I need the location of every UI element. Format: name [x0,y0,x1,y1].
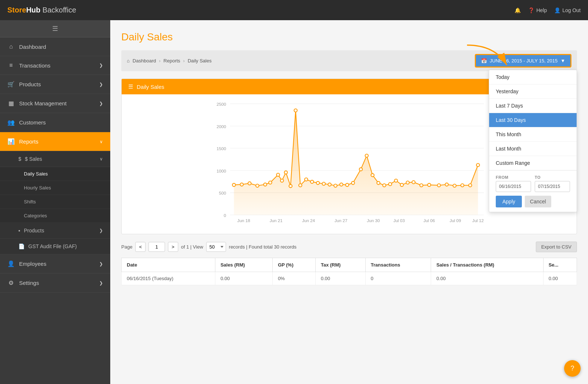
sidebar: ☰ ⌂ Dashboard ≡ Transactions ❯ 🛒 Product… [0,20,110,384]
col-sales: Sales (RM) [215,258,272,272]
svg-point-45 [428,183,431,186]
sidebar-item-gst-label: GST Audit File (GAF) [28,243,77,249]
sidebar-item-customers-label: Customers [19,119,46,126]
breadcrumb-sep2: › [183,58,184,64]
brand-store: Store [7,6,26,14]
col-transactions: Transactions [365,258,431,272]
records-per-page-select[interactable]: 50 100 200 [206,242,226,252]
svg-point-38 [383,184,386,187]
chevron-right-icon: ❯ [99,63,103,68]
col-tax: Tax (RM) [315,258,365,272]
chevron-right-icon-products: ❯ [99,82,103,87]
svg-point-30 [334,184,337,188]
stock-icon: ▦ [7,100,15,107]
sidebar-item-dashboard[interactable]: ⌂ Dashboard [0,37,110,56]
sidebar-item-employees[interactable]: 👤 Employees ❯ [0,254,110,273]
sidebar-item-sales[interactable]: $ $ Sales ∨ [0,151,110,167]
cell-sales-per-trans: 0.00 [431,272,543,285]
from-date-col: FROM [496,175,531,192]
home-icon-breadcrumb: ⌂ [127,58,130,64]
svg-point-33 [351,181,355,185]
export-csv-button[interactable]: Export to CSV [536,242,577,252]
dropdown-option-last30[interactable]: Last 30 Days [489,113,577,127]
sidebar-item-categories-label: Categories [24,213,47,218]
dropdown-option-last-month[interactable]: Last Month [489,142,577,156]
to-date-input[interactable] [535,181,570,192]
help-link[interactable]: ❓ Help [528,7,547,13]
sidebar-item-reports-label: Reports [19,138,39,145]
col-date: Date [122,258,215,272]
gst-icon: 📄 [18,243,25,249]
chevron-right-icon-products-report: ❯ [99,228,103,233]
sidebar-item-shifts[interactable]: Shifts [0,195,110,209]
svg-point-48 [453,184,456,188]
svg-point-13 [232,183,236,186]
col-sales-per-trans: Sales / Transactions (RM) [431,258,543,272]
prev-page-button[interactable]: < [135,242,146,252]
sidebar-item-stock[interactable]: ▦ Stock Management ❯ [0,94,110,113]
chat-bubble-button[interactable]: ? [564,360,581,377]
notifications-bell[interactable]: 🔔 [514,7,521,13]
reports-submenu: $ $ Sales ∨ Daily Sales Hourly Sales Shi… [0,151,110,254]
svg-point-49 [461,184,464,187]
brand-hub: Hub [26,6,40,14]
chevron-right-icon-employees: ❯ [99,261,103,267]
dropdown-option-today[interactable]: Today [489,70,577,84]
date-picker-button[interactable]: 📅 JUNE 16, 2015 - JULY 15, 2015 ▼ [475,54,571,68]
sidebar-item-categories[interactable]: Categories [0,209,110,223]
file-icon: ▪ [18,228,20,233]
apply-button[interactable]: Apply [496,196,522,207]
sidebar-item-hourly-sales[interactable]: Hourly Sales [0,181,110,195]
svg-point-46 [437,184,441,187]
svg-text:Jul 03: Jul 03 [393,218,405,223]
svg-point-43 [412,181,415,184]
main-layout: ☰ ⌂ Dashboard ≡ Transactions ❯ 🛒 Product… [0,20,588,384]
dropdown-option-last7[interactable]: Last 7 Days [489,99,577,113]
cancel-button[interactable]: Cancel [525,196,551,207]
sidebar-item-customers[interactable]: 👥 Customers [0,113,110,132]
to-date-col: TO [535,175,570,192]
sidebar-item-transactions[interactable]: ≡ Transactions ❯ [0,56,110,75]
svg-point-41 [400,183,404,186]
to-label: TO [535,175,570,180]
custom-range-section: FROM TO Apply Cancel [489,170,577,212]
page-of-label: of 1 | View [181,244,203,250]
page-number-input[interactable] [148,242,165,252]
svg-point-26 [311,180,314,184]
records-label: records | Found total 30 records [229,244,297,250]
svg-point-50 [469,184,472,187]
sidebar-toggle-button[interactable]: ☰ [0,20,110,37]
cell-se: 0.00 [543,272,577,285]
sidebar-item-settings[interactable]: ⚙ Settings ❯ [0,273,110,293]
svg-point-39 [388,182,392,186]
sidebar-item-reports[interactable]: 📊 Reports ∨ [0,132,110,151]
sidebar-item-daily-sales-label: Daily Sales [24,171,48,177]
logout-link[interactable]: 👤 Log Out [554,7,581,13]
products-icon: 🛒 [7,81,15,88]
svg-text:1000: 1000 [216,169,226,173]
svg-text:Jul 06: Jul 06 [423,218,435,223]
svg-point-25 [305,178,308,181]
hamburger-icon: ☰ [52,25,58,33]
chevron-down-icon-datepicker: ▼ [560,58,565,64]
customers-icon: 👥 [7,119,15,126]
dropdown-option-yesterday[interactable]: Yesterday [489,84,577,99]
sidebar-item-products-report[interactable]: ▪ Products ❯ [0,223,110,239]
next-page-button[interactable]: > [168,242,178,252]
sidebar-item-transactions-label: Transactions [19,62,50,69]
from-date-input[interactable] [496,181,531,192]
employees-icon: 👤 [7,260,15,267]
svg-text:Jun 30: Jun 30 [367,218,380,223]
sidebar-item-products-report-label: Products [24,228,44,233]
sidebar-item-products[interactable]: 🛒 Products ❯ [0,75,110,94]
sidebar-item-gst[interactable]: 📄 GST Audit File (GAF) [0,239,110,254]
logout-label: Log Out [562,7,581,13]
dropdown-option-custom[interactable]: Custom Range [489,156,577,170]
brand-logo: StoreHub Backoffice [7,6,514,14]
sidebar-item-daily-sales[interactable]: Daily Sales [0,167,110,181]
from-label: FROM [496,175,531,180]
dropdown-option-this-month[interactable]: This Month [489,127,577,142]
svg-point-17 [263,183,267,186]
breadcrumb-bar: ⌂ Dashboard › Reports › Daily Sales 📅 JU… [121,50,577,71]
svg-text:Jul 09: Jul 09 [449,218,461,223]
